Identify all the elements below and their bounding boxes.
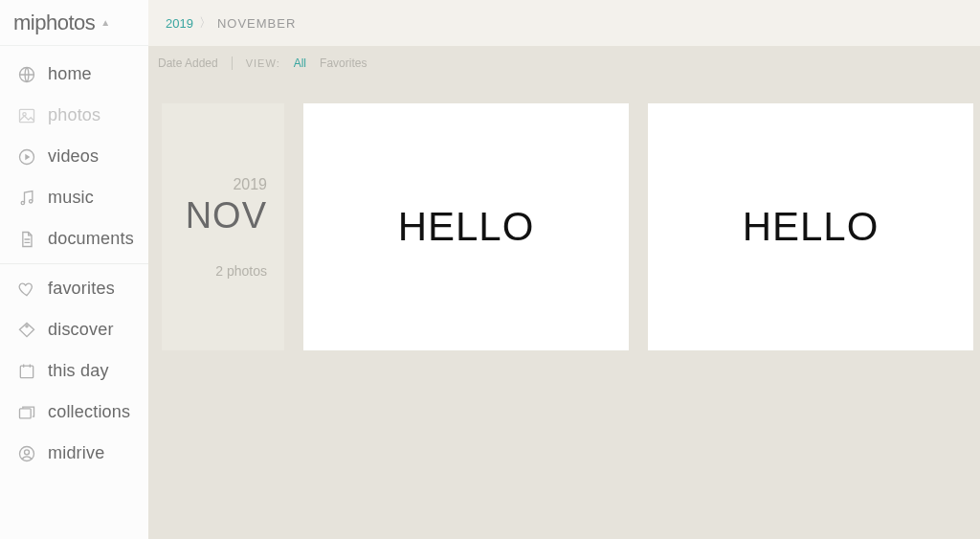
brand-suffix: photos bbox=[34, 11, 95, 34]
svg-rect-8 bbox=[20, 408, 32, 417]
heart-icon bbox=[17, 280, 36, 299]
main-pane: 2019 〉 NOVEMBER Date Added VIEW: All Fav… bbox=[148, 0, 980, 539]
sidebar-item-label: photos bbox=[48, 105, 100, 125]
sidebar-item-discover[interactable]: discover bbox=[0, 309, 148, 350]
sidebar-item-label: collections bbox=[48, 402, 130, 422]
sidebar-item-label: music bbox=[48, 188, 94, 208]
brand-text: miphotos bbox=[13, 11, 95, 35]
svg-point-5 bbox=[30, 199, 33, 202]
month-card-year: 2019 bbox=[233, 176, 267, 193]
collections-icon bbox=[17, 403, 36, 422]
svg-rect-1 bbox=[20, 109, 34, 122]
view-option-all[interactable]: All bbox=[294, 56, 306, 70]
brand-row[interactable]: miphotos ▲ bbox=[0, 0, 148, 46]
thumbnail-content-text: HELLO bbox=[398, 204, 535, 250]
month-card-month: NOV bbox=[186, 195, 267, 236]
sidebar-item-photos[interactable]: photos bbox=[0, 95, 148, 136]
chevron-up-icon: ▲ bbox=[100, 17, 110, 28]
content-grid: 2019 NOV 2 photos HELLO HELLO bbox=[148, 80, 980, 539]
sidebar-item-videos[interactable]: videos bbox=[0, 136, 148, 177]
month-card-count: 2 photos bbox=[215, 263, 267, 279]
photo-thumbnail[interactable]: HELLO bbox=[303, 103, 629, 350]
svg-point-4 bbox=[21, 201, 24, 204]
chevron-right-icon: 〉 bbox=[199, 14, 212, 32]
sidebar-item-this-day[interactable]: this day bbox=[0, 350, 148, 392]
breadcrumb-year[interactable]: 2019 bbox=[166, 16, 193, 31]
sidebar: miphotos ▲ home photos videos bbox=[0, 0, 148, 539]
divider bbox=[232, 56, 233, 70]
user-circle-icon bbox=[17, 444, 36, 463]
breadcrumb: 2019 〉 NOVEMBER bbox=[148, 0, 980, 46]
breadcrumb-month: NOVEMBER bbox=[217, 16, 296, 31]
svg-point-6 bbox=[26, 325, 28, 326]
sidebar-item-home[interactable]: home bbox=[0, 54, 148, 95]
sidebar-item-documents[interactable]: documents bbox=[0, 218, 148, 259]
sidebar-item-favorites[interactable]: favorites bbox=[0, 268, 148, 309]
sort-label[interactable]: Date Added bbox=[158, 56, 218, 70]
brand-prefix: mi bbox=[13, 11, 34, 34]
sidebar-item-label: discover bbox=[48, 320, 114, 340]
svg-rect-7 bbox=[20, 366, 33, 378]
sidebar-separator bbox=[0, 263, 148, 264]
globe-icon bbox=[17, 65, 36, 84]
app-root: miphotos ▲ home photos videos bbox=[0, 0, 980, 539]
sidebar-item-label: favorites bbox=[48, 279, 115, 299]
sidebar-item-label: midrive bbox=[48, 443, 104, 463]
sidebar-nav: home photos videos music bbox=[0, 46, 148, 474]
view-toolbar: Date Added VIEW: All Favorites bbox=[148, 46, 980, 80]
sidebar-item-midrive[interactable]: midrive bbox=[0, 433, 148, 474]
sidebar-item-label: documents bbox=[48, 229, 134, 249]
month-summary-card: 2019 NOV 2 photos bbox=[162, 103, 284, 350]
music-note-icon bbox=[17, 189, 36, 208]
document-icon bbox=[17, 230, 36, 249]
calendar-icon bbox=[17, 362, 36, 381]
sidebar-item-collections[interactable]: collections bbox=[0, 392, 148, 433]
view-heading-label: VIEW: bbox=[246, 57, 280, 69]
svg-point-10 bbox=[25, 449, 30, 454]
sidebar-item-label: home bbox=[48, 64, 92, 84]
view-option-favorites[interactable]: Favorites bbox=[320, 56, 367, 70]
sidebar-item-label: this day bbox=[48, 361, 109, 381]
play-circle-icon bbox=[17, 147, 36, 167]
image-icon bbox=[17, 106, 36, 125]
sidebar-item-label: videos bbox=[48, 146, 99, 167]
sidebar-item-music[interactable]: music bbox=[0, 177, 148, 218]
thumbnail-content-text: HELLO bbox=[743, 204, 880, 250]
tag-icon bbox=[17, 321, 36, 340]
photo-thumbnail[interactable]: HELLO bbox=[648, 103, 973, 350]
